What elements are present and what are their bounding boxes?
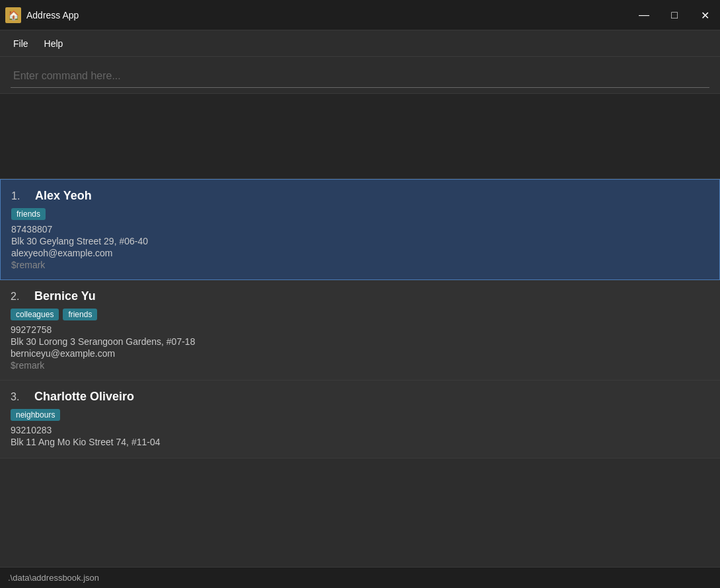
contact-phone-1: 87438807 <box>11 224 709 235</box>
contact-item-2[interactable]: 2. Bernice Yu colleagues friends 9927275… <box>0 280 720 381</box>
contact-name-2: Bernice Yu <box>34 289 96 303</box>
contact-item-1[interactable]: 1. Alex Yeoh friends 87438807 Blk 30 Gey… <box>0 179 720 280</box>
minimize-button[interactable]: — <box>629 0 659 30</box>
title-bar: 🏠 Address App — □ ✕ <box>0 0 720 30</box>
contact-index-2: 2. <box>11 291 26 303</box>
contact-address-1: Blk 30 Geylang Street 29, #06-40 <box>11 236 709 246</box>
tag-friends-1: friends <box>11 208 46 220</box>
contact-email-1: alexyeoh@example.com <box>11 248 709 258</box>
command-area <box>0 57 720 88</box>
menu-bar: File Help <box>0 30 720 57</box>
output-area <box>0 93 720 179</box>
contact-name-1: Alex Yeoh <box>35 189 92 203</box>
tag-friends-2: friends <box>63 309 97 320</box>
app-icon: 🏠 <box>5 7 21 23</box>
contact-name-row-1: 1. Alex Yeoh <box>11 189 709 203</box>
maximize-button[interactable]: □ <box>659 0 690 30</box>
contact-list: 1. Alex Yeoh friends 87438807 Blk 30 Gey… <box>0 179 720 567</box>
contact-address-2: Blk 30 Lorong 3 Serangoon Gardens, #07-1… <box>11 336 709 347</box>
app-title: Address App <box>26 10 79 20</box>
tag-neighbours-3: neighbours <box>11 409 60 421</box>
contact-index-3: 3. <box>11 391 26 403</box>
command-input[interactable] <box>11 65 709 88</box>
contact-tags-1: friends <box>11 208 709 220</box>
contact-phone-2: 99272758 <box>11 324 709 335</box>
menu-help[interactable]: Help <box>36 34 71 53</box>
contact-email-2: berniceyu@example.com <box>11 348 709 359</box>
status-bar: .\data\addressbook.json <box>0 567 720 588</box>
contact-tags-2: colleagues friends <box>11 309 709 320</box>
menu-file[interactable]: File <box>5 34 36 53</box>
title-bar-controls: — □ ✕ <box>629 0 720 30</box>
title-bar-left: 🏠 Address App <box>5 7 79 23</box>
contact-phone-3: 93210283 <box>11 425 709 435</box>
contact-name-row-3: 3. Charlotte Oliveiro <box>11 390 709 404</box>
contact-index-1: 1. <box>11 190 27 202</box>
status-text: .\data\addressbook.json <box>8 573 99 583</box>
app-icon-symbol: 🏠 <box>8 10 19 20</box>
contact-address-3: Blk 11 Ang Mo Kio Street 74, #11-04 <box>11 437 709 447</box>
contact-name-row-2: 2. Bernice Yu <box>11 289 709 303</box>
contact-name-3: Charlotte Oliveiro <box>34 390 134 404</box>
contact-remark-1: $remark <box>11 260 709 270</box>
contact-remark-2: $remark <box>11 360 709 371</box>
contact-item-3[interactable]: 3. Charlotte Oliveiro neighbours 9321028… <box>0 381 720 459</box>
contact-tags-3: neighbours <box>11 409 709 421</box>
tag-colleagues-2: colleagues <box>11 309 59 320</box>
close-button[interactable]: ✕ <box>690 0 720 30</box>
